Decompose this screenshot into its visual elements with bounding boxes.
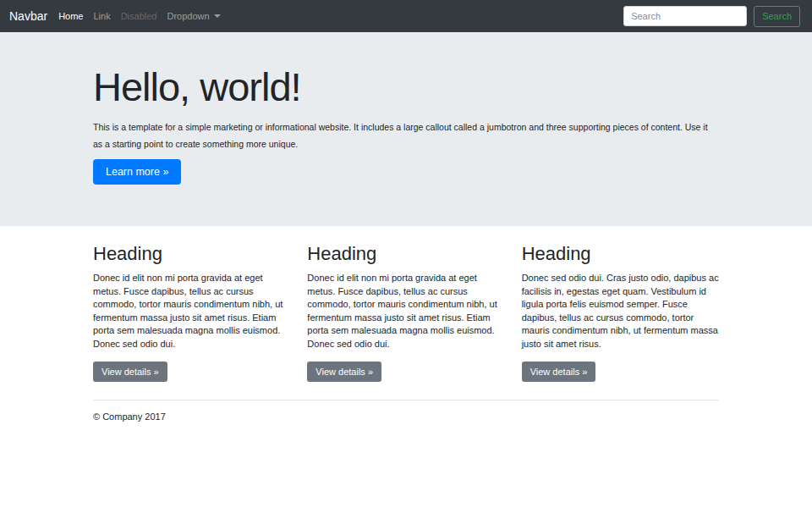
footer: © Company 2017	[93, 411, 719, 422]
caret-down-icon	[214, 14, 221, 18]
nav-links: Home Link Disabled Dropdown	[58, 11, 220, 21]
view-details-button-3[interactable]: View details »	[522, 362, 596, 382]
jumbotron-lead-text: This is a template for a simple marketin…	[93, 119, 719, 152]
view-details-button-2[interactable]: View details »	[307, 362, 381, 382]
page-title: Hello, world!	[93, 64, 719, 110]
learn-more-button[interactable]: Learn more »	[93, 159, 181, 185]
column-heading: Heading	[522, 243, 719, 265]
navbar-brand[interactable]: Navbar	[9, 9, 47, 23]
footer-divider	[93, 400, 719, 400]
search-button[interactable]: Search	[754, 6, 800, 27]
navbar-search-form: Search	[623, 6, 800, 27]
jumbotron: Hello, world! This is a template for a s…	[0, 32, 812, 226]
content-column-2: Heading Donec id elit non mi porta gravi…	[307, 243, 504, 382]
content-row: Heading Donec id elit non mi porta gravi…	[93, 243, 719, 382]
main-content: Heading Donec id elit non mi porta gravi…	[93, 243, 719, 422]
column-heading: Heading	[93, 243, 290, 265]
nav-link-link[interactable]: Link	[93, 11, 110, 21]
column-heading: Heading	[307, 243, 504, 265]
content-column-1: Heading Donec id elit non mi porta gravi…	[93, 243, 290, 382]
navbar: Navbar Home Link Disabled Dropdown Searc…	[0, 0, 812, 32]
nav-link-dropdown[interactable]: Dropdown	[167, 11, 220, 21]
nav-link-disabled: Disabled	[121, 11, 157, 21]
content-column-3: Heading Donec sed odio dui. Cras justo o…	[522, 243, 719, 382]
view-details-button-1[interactable]: View details »	[93, 362, 167, 382]
column-body-text: Donec sed odio dui. Cras justo odio, dap…	[522, 272, 719, 351]
search-input[interactable]	[623, 6, 747, 26]
copyright-text: © Company 2017	[93, 411, 719, 422]
dropdown-label: Dropdown	[167, 11, 209, 21]
column-body-text: Donec id elit non mi porta gravida at eg…	[93, 272, 290, 351]
nav-link-home[interactable]: Home	[58, 11, 83, 21]
column-body-text: Donec id elit non mi porta gravida at eg…	[307, 272, 504, 351]
